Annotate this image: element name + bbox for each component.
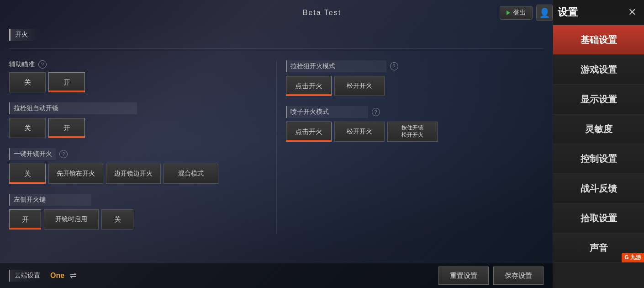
sidebar-item-label: 声音 [590, 242, 608, 254]
main-content: 开火 辅助瞄准 ? [0, 0, 553, 288]
sidebar-item-label: 拾取设置 [581, 212, 617, 224]
assist-aim-group: 辅助瞄准 ? 关 开 [9, 60, 267, 92]
settings-content: 辅助瞄准 ? 关 开 [0, 56, 553, 263]
save-button[interactable]: 保存设置 [493, 267, 544, 285]
sidebar-item-basic-settings[interactable]: 基础设置 [553, 25, 644, 55]
sidebar-item-label: 灵敏度 [585, 123, 612, 135]
sidebar-item-label: 显示设置 [581, 93, 617, 106]
settings-split: 辅助瞄准 ? 关 开 [9, 60, 544, 234]
left-fire-buttons: 开 开镜时启用 关 [9, 209, 267, 229]
one-key-opt1-button[interactable]: 先开镜在开火 [48, 164, 103, 184]
transfer-icon[interactable]: ⇌ [70, 271, 77, 281]
close-button[interactable]: ✕ [625, 5, 639, 20]
left-fire-scope-button[interactable]: 开镜时启用 [44, 209, 99, 229]
sidebar-item-game-settings[interactable]: 游戏设置 [553, 55, 644, 85]
shotgun-fire-mode-help-icon[interactable]: ? [372, 108, 380, 116]
bolt-scope-buttons: 关 开 [9, 118, 267, 138]
jiuyou-badge: G 九游 [622, 253, 644, 262]
section-fire-header: 开火 [9, 29, 46, 41]
sidebar: 设置 ✕ 基础设置 游戏设置 显示设置 灵敏度 控制设置 战斗反馈 拾取设置 声… [553, 0, 644, 288]
one-key-buttons: 关 先开镜在开火 边开镜边开火 混合模式 [9, 164, 267, 184]
sidebar-item-label: 战斗反馈 [581, 182, 617, 195]
sidebar-item-display-settings[interactable]: 显示设置 [553, 85, 644, 114]
bolt-fire-mode-help-icon[interactable]: ? [390, 62, 398, 70]
left-fire-label: 左侧开火键 [9, 194, 267, 206]
sidebar-item-label: 游戏设置 [581, 64, 617, 76]
one-key-label: 一键开镜开火 ? [9, 148, 267, 160]
sidebar-item-sensitivity[interactable]: 灵敏度 [553, 114, 644, 144]
bottom-actions: 重置设置 保存设置 [438, 267, 544, 285]
sidebar-item-sound[interactable]: 声音 G 九游 [553, 233, 644, 263]
reset-button[interactable]: 重置设置 [438, 267, 489, 285]
bolt-fire-release-button[interactable]: 松开开火 [334, 76, 385, 96]
shotgun-fire-mode-buttons: 点击开火 松开开火 按住开镜 松开开火 [286, 122, 544, 142]
sidebar-item-label: 控制设置 [581, 153, 617, 165]
assist-aim-off-button[interactable]: 关 [9, 72, 46, 92]
separator [9, 48, 544, 49]
shotgun-release-button[interactable]: 松开开火 [334, 122, 385, 142]
bolt-scope-on-button[interactable]: 开 [48, 118, 85, 138]
sidebar-title: 设置 [558, 5, 625, 19]
shotgun-hold-scope-button[interactable]: 按住开镜 松开开火 [387, 122, 438, 142]
bolt-scope-off-button[interactable]: 关 [9, 118, 46, 138]
sidebar-item-control-settings[interactable]: 控制设置 [553, 144, 644, 174]
sidebar-item-combat-feedback[interactable]: 战斗反馈 [553, 174, 644, 203]
one-key-help-icon[interactable]: ? [59, 150, 68, 158]
bolt-fire-mode-group: 拉栓狙开火模式 ? 点击开火 松开开火 [286, 60, 544, 96]
shotgun-fire-mode-label: 喷子开火模式 ? [286, 106, 544, 118]
one-key-group: 一键开镜开火 ? 关 先开镜在开火 [9, 148, 267, 184]
cloud-label: 云端设置 [9, 270, 45, 282]
settings-right-col: 拉栓狙开火模式 ? 点击开火 松开开火 [276, 60, 544, 234]
bottom-bar: 云端设置 One ⇌ 重置设置 保存设置 [0, 263, 553, 288]
sidebar-item-label: 基础设置 [581, 34, 617, 46]
left-fire-on-button[interactable]: 开 [9, 209, 41, 229]
bolt-fire-click-button[interactable]: 点击开火 [286, 76, 332, 96]
cloud-value: One [50, 272, 64, 280]
bolt-scope-label: 拉栓狙自动开镜 [9, 102, 267, 114]
settings-left-col: 辅助瞄准 ? 关 开 [9, 60, 276, 234]
assist-aim-on-button[interactable]: 开 [48, 72, 85, 92]
one-key-off-button[interactable]: 关 [9, 164, 46, 184]
assist-aim-help-icon[interactable]: ? [38, 60, 47, 69]
assist-aim-buttons: 关 开 [9, 72, 267, 92]
shotgun-click-button[interactable]: 点击开火 [286, 122, 332, 142]
bolt-scope-group: 拉栓狙自动开镜 关 开 [9, 102, 267, 138]
sidebar-header: 设置 ✕ [553, 0, 644, 25]
shotgun-fire-mode-group: 喷子开火模式 ? 点击开火 松开开火 [286, 106, 544, 142]
one-key-opt3-button[interactable]: 混合模式 [164, 164, 218, 184]
sidebar-item-loot-settings[interactable]: 拾取设置 [553, 203, 644, 233]
bolt-fire-mode-buttons: 点击开火 松开开火 [286, 76, 544, 96]
left-fire-group: 左侧开火键 开 开镜时启用 关 [9, 194, 267, 229]
assist-aim-label: 辅助瞄准 ? [9, 60, 267, 69]
main-header [0, 0, 553, 25]
bolt-fire-mode-label: 拉栓狙开火模式 ? [286, 60, 544, 72]
one-key-opt2-button[interactable]: 边开镜边开火 [106, 164, 161, 184]
left-fire-off-button[interactable]: 关 [101, 209, 133, 229]
